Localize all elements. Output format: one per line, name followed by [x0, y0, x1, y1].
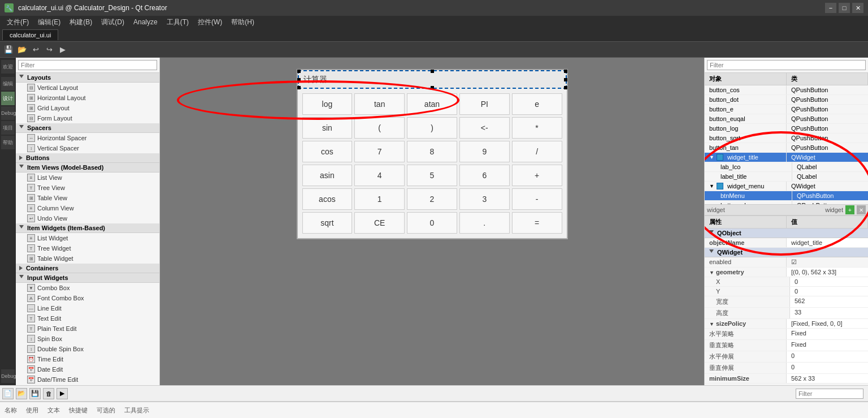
- obj-row-widget-title[interactable]: ▼ widget_title QWidget: [705, 153, 868, 162]
- side-debug-bottom[interactable]: Debug: [1, 369, 15, 383]
- menu-file[interactable]: 文件(F): [2, 16, 33, 28]
- right-filter-input[interactable]: [707, 60, 866, 70]
- action-delete[interactable]: 🗑: [43, 388, 54, 399]
- widget-dial[interactable]: ◎Dial: [16, 385, 159, 385]
- toolbar-undo[interactable]: ↩: [29, 44, 42, 56]
- calc-btn-4[interactable]: 4: [354, 165, 405, 186]
- obj-row-button-dot[interactable]: button_dot QPushButton: [705, 95, 868, 105]
- calc-btn-1[interactable]: 1: [354, 188, 405, 210]
- side-help[interactable]: 帮助: [1, 136, 15, 149]
- calc-btn-8[interactable]: 8: [407, 141, 457, 162]
- geometry-expand[interactable]: ▼: [709, 270, 714, 275]
- side-design[interactable]: 设计: [1, 92, 15, 105]
- widget-h-spacer[interactable]: ↔Horizontal Spacer: [16, 133, 159, 143]
- widget-grid-layout[interactable]: ⊞Grid Layout: [16, 103, 159, 113]
- close-button[interactable]: ✕: [852, 3, 863, 13]
- calc-btn-cos[interactable]: cos: [302, 141, 353, 162]
- designer-canvas[interactable]: 计算器 log tan atan PI e sin ( ) <- * cos: [160, 58, 704, 385]
- minimize-button[interactable]: −: [825, 3, 836, 13]
- widget-plain-text-edit[interactable]: TPlain Text Edit: [16, 324, 159, 334]
- calc-btn-9[interactable]: 9: [459, 141, 510, 162]
- widget-tree-widget[interactable]: TTree Widget: [16, 243, 159, 253]
- widget-tree-view[interactable]: TTree View: [16, 183, 159, 193]
- group-buttons[interactable]: Buttons: [16, 153, 159, 163]
- widget-datetime-edit[interactable]: 📅Date/Time Edit: [16, 374, 159, 385]
- obj-row-label-title[interactable]: label_title QLabel: [705, 172, 868, 182]
- calc-btn-6[interactable]: 6: [459, 165, 510, 186]
- widget-text-edit[interactable]: TText Edit: [16, 313, 159, 324]
- side-edit[interactable]: 编辑: [1, 77, 15, 91]
- menu-help[interactable]: 帮助(H): [227, 16, 259, 28]
- calc-btn-sqrt[interactable]: sqrt: [302, 212, 353, 234]
- calc-btn-mul[interactable]: *: [512, 117, 562, 139]
- side-debug[interactable]: Debug: [1, 106, 15, 120]
- obj-row-widget-menu[interactable]: ▼ widget_menu QWidget: [705, 182, 868, 191]
- menu-build[interactable]: 构建(B): [65, 16, 97, 28]
- obj-row-button-tan[interactable]: button_tan QPushButton: [705, 143, 868, 153]
- widget-double-spin-box[interactable]: ↕Double Spin Box: [16, 344, 159, 354]
- menu-edit[interactable]: 编辑(E): [33, 16, 65, 28]
- remove-property-btn[interactable]: ✕: [857, 205, 866, 214]
- calc-btn-backspace[interactable]: <-: [459, 117, 510, 139]
- side-project[interactable]: 项目: [1, 121, 15, 135]
- toolbar-save[interactable]: 💾: [2, 44, 15, 56]
- calc-btn-5[interactable]: 5: [407, 165, 457, 186]
- menu-debug[interactable]: 调试(D): [97, 16, 129, 28]
- calc-btn-7[interactable]: 7: [354, 141, 405, 162]
- obj-row-button-log[interactable]: button_log QPushButton: [705, 124, 868, 133]
- widget-table-view[interactable]: ⊞Table View: [16, 193, 159, 203]
- menu-analyze[interactable]: Analyze: [129, 17, 162, 27]
- obj-row-btnmenu[interactable]: btnMenu QPushButton: [705, 191, 868, 201]
- widget-horizontal-layout[interactable]: ⊞Horizontal Layout: [16, 93, 159, 103]
- action-new[interactable]: 📄: [2, 388, 14, 399]
- widget-combo-box[interactable]: ▼Combo Box: [16, 283, 159, 293]
- widget-filter-input[interactable]: [18, 60, 157, 70]
- calc-btn-div[interactable]: /: [512, 141, 562, 162]
- widget-menu-expand[interactable]: ▼: [709, 183, 714, 189]
- group-spacers[interactable]: Spacers: [16, 123, 159, 133]
- calc-btn-tan[interactable]: tan: [354, 93, 405, 115]
- group-input-widgets[interactable]: Input Widgets: [16, 273, 159, 283]
- widget-column-view[interactable]: ≡Column View: [16, 203, 159, 213]
- widget-vertical-layout[interactable]: ⊟Vertical Layout: [16, 83, 159, 93]
- widget-date-edit[interactable]: 📅Date Edit: [16, 364, 159, 374]
- menu-tools[interactable]: 工具(T): [162, 16, 193, 28]
- side-welcome[interactable]: 欢迎: [1, 60, 15, 74]
- add-property-btn[interactable]: +: [845, 205, 854, 214]
- obj-row-button-euqal[interactable]: button_euqal QPushButton: [705, 114, 868, 124]
- calc-btn-lparen[interactable]: (: [354, 117, 405, 139]
- group-item-views[interactable]: Item Views (Model-Based): [16, 163, 159, 173]
- widget-list-widget[interactable]: ≡List Widget: [16, 233, 159, 243]
- calc-btn-log[interactable]: log: [302, 93, 353, 115]
- widget-spin-box[interactable]: ↕Spin Box: [16, 334, 159, 344]
- group-containers[interactable]: Containers: [16, 264, 159, 273]
- calc-title-bar[interactable]: 计算器: [298, 70, 567, 89]
- widget-undo-view[interactable]: ↩Undo View: [16, 213, 159, 223]
- toolbar-redo[interactable]: ↪: [43, 44, 55, 56]
- obj-row-button-cos[interactable]: button_cos QPushButton: [705, 85, 868, 95]
- action-filter-input[interactable]: [796, 389, 863, 399]
- calc-btn-ce[interactable]: CE: [354, 212, 405, 234]
- widget-form-layout[interactable]: ⊟Form Layout: [16, 113, 159, 123]
- toolbar-open[interactable]: 📂: [16, 44, 28, 56]
- calc-btn-sin[interactable]: sin: [302, 117, 353, 139]
- widget-time-edit[interactable]: ⏰Time Edit: [16, 354, 159, 364]
- obj-row-button-e[interactable]: button_e QPushButton: [705, 105, 868, 114]
- prop-section-qobject[interactable]: QObject: [705, 229, 868, 238]
- calculator-widget[interactable]: 计算器 log tan atan PI e sin ( ) <- * cos: [297, 69, 568, 239]
- tab-calculator-ui[interactable]: calculator_ui.ui: [2, 29, 58, 40]
- calc-btn-0[interactable]: 0: [407, 212, 457, 234]
- calc-btn-acos[interactable]: acos: [302, 188, 353, 210]
- widget-v-spacer[interactable]: ↕Vertical Spacer: [16, 143, 159, 153]
- widget-line-edit[interactable]: —Line Edit: [16, 303, 159, 313]
- widget-font-combo-box[interactable]: AFont Combo Box: [16, 293, 159, 303]
- menu-controls[interactable]: 控件(W): [193, 16, 227, 28]
- group-layouts[interactable]: Layouts: [16, 73, 159, 83]
- widget-title-expand[interactable]: ▼: [709, 154, 714, 160]
- widget-list-view[interactable]: ≡List View: [16, 173, 159, 183]
- sizepolicy-expand[interactable]: ▼: [709, 321, 714, 327]
- prop-section-qwidget[interactable]: QWidget: [705, 248, 868, 257]
- action-run[interactable]: ▶: [57, 388, 68, 399]
- maximize-button[interactable]: □: [839, 3, 850, 13]
- toolbar-run[interactable]: ▶: [57, 44, 69, 56]
